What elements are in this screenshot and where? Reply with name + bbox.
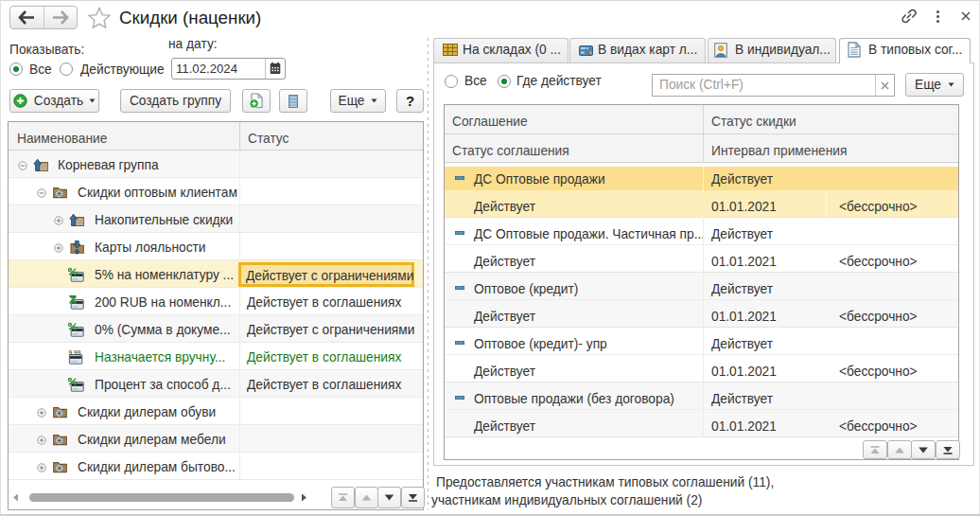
svg-text:9.99: 9.99 — [69, 350, 81, 356]
